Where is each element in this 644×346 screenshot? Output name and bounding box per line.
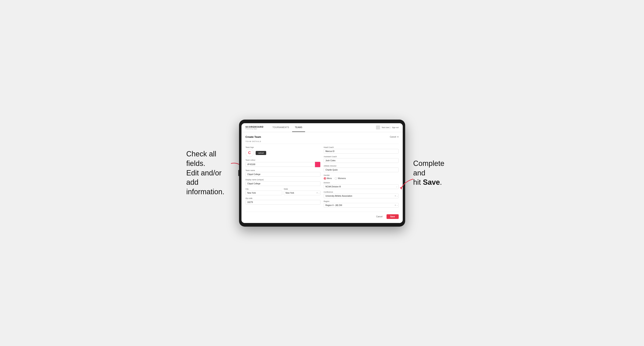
arrow-right-icon [397, 177, 415, 191]
city-state-row: City State New York [246, 188, 320, 195]
logo-letter: C [248, 151, 251, 155]
athletic-director-input[interactable] [324, 168, 399, 172]
assistant-coach-field: Assistant Coach [324, 156, 399, 163]
state-select-wrapper: New York ✕ ⌄ [284, 191, 320, 195]
team-name-input[interactable] [246, 172, 320, 177]
head-coach-input[interactable] [324, 149, 399, 154]
tablet-device: SCOREBOARD Powered by clippd TOURNAMENTS… [239, 120, 405, 227]
form-header: Create Team Cancel ✕ [246, 135, 399, 138]
gender-mens-option[interactable]: Mens [324, 177, 332, 180]
tablet-screen: SCOREBOARD Powered by clippd TOURNAMENTS… [242, 123, 403, 223]
colour-swatch[interactable] [315, 162, 320, 167]
state-select[interactable]: New York [284, 191, 320, 195]
brand-title: SCOREBOARD [246, 126, 264, 128]
colour-input-wrapper [246, 162, 320, 167]
tab-teams[interactable]: TEAMS [292, 123, 305, 132]
nav-tabs: TOURNAMENTS TEAMS [270, 123, 376, 132]
gender-radio-group: Mens Womens [324, 177, 399, 180]
gender-label: Gender [324, 174, 399, 176]
annotation-line2: Edit and/or add [186, 169, 222, 186]
header-cancel-button[interactable]: Cancel ✕ [390, 136, 398, 138]
brand-logo: SCOREBOARD Powered by clippd [246, 126, 264, 130]
region-select-wrapper: Region II - (M) DIII ✕ ⌄ [324, 203, 399, 208]
zip-field: Zip code [246, 197, 320, 204]
annotation-right-line1: Complete and [413, 159, 444, 177]
tab-tournaments[interactable]: TOURNAMENTS [270, 123, 292, 132]
display-name-label: Display name (unique) [246, 179, 320, 181]
form-grid: Team logo C Upload Team colour [246, 146, 399, 211]
form-right-column: Head Coach Assistant Coach Athletic Dire… [324, 146, 399, 208]
conference-label: Conference [324, 191, 399, 193]
form-content: Create Team Cancel ✕ TEAM DETAILS Team l… [242, 132, 403, 223]
state-select-icons: ✕ ⌄ [316, 192, 320, 194]
gender-field: Gender Mens Womens [324, 174, 399, 180]
conference-select-wrapper: University Athletic Association ✕ ⌄ [324, 194, 399, 198]
logo-circle: C [246, 149, 254, 157]
region-field: Region Region II - (M) DIII ✕ ⌄ [324, 200, 399, 208]
annotation-line1: Check all fields. [186, 150, 216, 168]
region-select-icons: ✕ ⌄ [394, 204, 398, 206]
division-field: Division NCAA Division III ⌄ [324, 182, 399, 189]
region-select[interactable]: Region II - (M) DIII [324, 203, 399, 208]
team-logo-field: Team logo C Upload [246, 146, 320, 157]
conference-arrow-icon: ⌄ [396, 195, 398, 197]
logo-container: C Upload [246, 149, 320, 157]
team-name-field: Team name [246, 169, 320, 177]
zip-label: Zip code [246, 197, 320, 199]
save-button[interactable]: Save [386, 214, 398, 219]
team-logo-label: Team logo [246, 146, 320, 148]
upload-button[interactable]: Upload [256, 151, 266, 155]
annotation-line3: information. [186, 187, 224, 196]
nav-user: Test User | [382, 127, 390, 129]
mens-radio-dot[interactable] [324, 177, 326, 180]
city-label: City [246, 188, 282, 190]
city-field: City [246, 188, 282, 195]
signout-link[interactable]: Sign out [392, 127, 398, 129]
svg-marker-1 [400, 187, 402, 189]
division-select-wrapper: NCAA Division III ⌄ [324, 184, 399, 189]
region-clear-icon[interactable]: ✕ [394, 204, 396, 206]
division-label: Division [324, 182, 399, 184]
team-colour-field: Team colour [246, 159, 320, 167]
conference-field: Conference University Athletic Associati… [324, 191, 399, 198]
cancel-button[interactable]: Cancel [374, 214, 385, 219]
display-name-input[interactable] [246, 181, 320, 186]
conference-clear-icon[interactable]: ✕ [394, 195, 396, 197]
nav-right: Test User | Sign out [376, 126, 399, 130]
athletic-director-label: Athletic Director [324, 165, 399, 167]
tablet-side-button [238, 170, 239, 176]
mens-label: Mens [327, 177, 332, 179]
head-coach-field: Head Coach [324, 146, 399, 154]
state-arrow-icon: ⌄ [318, 192, 320, 194]
annotation-right: Complete and hit Save. [413, 159, 458, 187]
colour-text-input[interactable] [246, 162, 315, 167]
state-label: State [284, 188, 320, 190]
region-label: Region [324, 200, 399, 202]
athletic-director-field: Athletic Director [324, 165, 399, 172]
womens-label: Womens [338, 177, 346, 179]
gender-womens-option[interactable]: Womens [335, 177, 346, 180]
region-arrow-icon: ⌄ [396, 204, 398, 206]
state-clear-icon[interactable]: ✕ [316, 192, 318, 194]
head-coach-label: Head Coach [324, 146, 399, 148]
team-name-label: Team name [246, 169, 320, 172]
assistant-coach-label: Assistant Coach [324, 156, 399, 158]
conference-select[interactable]: University Athletic Association [324, 194, 399, 198]
city-input[interactable] [246, 191, 282, 195]
womens-radio-dot[interactable] [335, 177, 337, 180]
state-field: State New York ✕ ⌄ [284, 188, 320, 195]
display-name-field: Display name (unique) [246, 179, 320, 186]
avatar [376, 126, 380, 130]
team-colour-label: Team colour [246, 159, 320, 161]
navbar: SCOREBOARD Powered by clippd TOURNAMENTS… [242, 123, 403, 132]
division-select[interactable]: NCAA Division III [324, 184, 399, 189]
form-title: Create Team [246, 135, 261, 138]
annotation-right-bold: Save [423, 178, 440, 186]
form-footer: Cancel Save [246, 212, 399, 220]
assistant-coach-input[interactable] [324, 158, 399, 163]
form-left-column: Team logo C Upload Team colour [246, 146, 320, 208]
zip-input[interactable] [246, 200, 320, 204]
conference-select-icons: ✕ ⌄ [394, 195, 398, 197]
city-state-field: City State New York [246, 188, 320, 195]
page-wrapper: Check all fields. Edit and/or add inform… [180, 120, 464, 227]
